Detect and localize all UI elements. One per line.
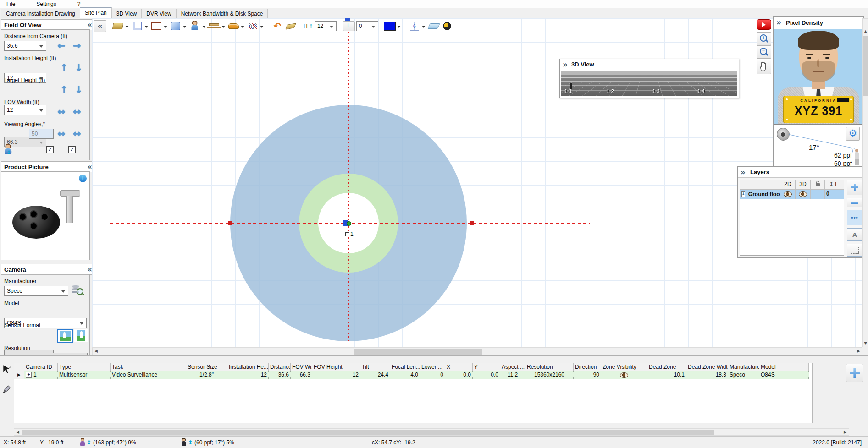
- fov-cross-line[interactable]: [348, 25, 349, 343]
- column-header-5[interactable]: Distance: [269, 363, 291, 371]
- level-button[interactable]: L: [343, 21, 355, 31]
- menu-file[interactable]: File: [0, 1, 22, 7]
- table-cell-4[interactable]: 12: [227, 371, 269, 379]
- collapse-icon[interactable]: «: [87, 20, 92, 29]
- tab-site-plan[interactable]: Site Plan: [80, 7, 112, 18]
- column-header-6[interactable]: FOV Wi...: [291, 363, 312, 371]
- 3d-view-preview[interactable]: 1-1 1-2 1-3 1-4: [561, 71, 737, 96]
- column-header-10[interactable]: Lower ...: [420, 363, 445, 371]
- column-header-17[interactable]: Dead Zone: [647, 363, 686, 371]
- scroll-down-icon[interactable]: ▼: [862, 340, 868, 347]
- show-woman-checkbox[interactable]: ✓: [46, 146, 54, 153]
- column-header-11[interactable]: X: [445, 363, 473, 371]
- vehicle-dropdown-icon[interactable]: [241, 26, 244, 30]
- table-cell-10[interactable]: 0: [420, 371, 445, 379]
- menu-settings[interactable]: Settings: [30, 1, 62, 7]
- column-header-20[interactable]: Model: [759, 363, 809, 371]
- remove-layer-button[interactable]: [847, 198, 862, 207]
- object-level-select[interactable]: 0: [356, 21, 378, 31]
- portrait-orientation-button[interactable]: [74, 329, 88, 342]
- furniture-dropdown-icon[interactable]: [221, 26, 225, 30]
- narrow-fov-icon[interactable]: ↔: [57, 107, 66, 117]
- menu-help[interactable]: ?: [71, 1, 87, 7]
- column-header-9[interactable]: Focal Len...: [390, 363, 420, 371]
- decrease-distance-icon[interactable]: ←: [57, 41, 66, 51]
- camera-position-dot[interactable]: [347, 221, 351, 226]
- camera-table-data-row[interactable]: ▶ +1MultisensorVideo Surveillance1/2.8"1…: [14, 371, 812, 379]
- layer-row-ground-floor[interactable]: + Ground floor 0: [740, 190, 844, 199]
- collapse-icon[interactable]: «: [87, 265, 92, 274]
- distance-select[interactable]: 36.6: [4, 41, 46, 51]
- vertical-angle-input[interactable]: 50: [29, 129, 54, 139]
- layers-col-level[interactable]: ↕ L: [825, 180, 842, 189]
- column-header-1[interactable]: Type: [58, 363, 111, 371]
- table-cell-1[interactable]: Multisensor: [58, 371, 111, 379]
- column-header-4[interactable]: Installation He...: [227, 363, 269, 371]
- table-cell-16[interactable]: [601, 371, 647, 379]
- info-icon[interactable]: i: [79, 175, 87, 182]
- scroll-left-icon[interactable]: ◀: [14, 429, 21, 436]
- collapse-icon[interactable]: «: [87, 162, 92, 171]
- expand-icon[interactable]: »: [741, 168, 746, 177]
- layers-col-2d[interactable]: 2D: [780, 180, 796, 189]
- lower-target-icon[interactable]: ↓: [75, 85, 83, 95]
- add-camera-icon[interactable]: [112, 21, 124, 32]
- canvas-v-scrollbar[interactable]: ▲ ▼: [862, 18, 868, 347]
- color-dropdown-icon[interactable]: [397, 26, 401, 30]
- pan-hand-button[interactable]: [757, 60, 771, 74]
- landscape-orientation-button[interactable]: [57, 329, 73, 343]
- camera-dropdown-icon[interactable]: [125, 26, 129, 30]
- eraser-3d-icon[interactable]: [428, 21, 440, 32]
- settings-gear-icon[interactable]: ⚙: [846, 127, 860, 141]
- zoom-in-button[interactable]: +: [757, 32, 771, 45]
- table-cell-7[interactable]: 12: [312, 371, 360, 379]
- column-header-12[interactable]: Y: [473, 363, 500, 371]
- add-person-icon[interactable]: [189, 21, 201, 32]
- vehicle-icon[interactable]: [227, 21, 239, 32]
- layer-text-button[interactable]: A: [847, 228, 862, 241]
- table-cell-2[interactable]: Video Surveillance: [111, 371, 186, 379]
- table-cell-9[interactable]: 4.0: [390, 371, 420, 379]
- add-layer-button[interactable]: [847, 180, 862, 195]
- column-header-7[interactable]: FOV Height: [312, 363, 360, 371]
- box-dropdown-icon[interactable]: [183, 26, 187, 30]
- row-expander-icon[interactable]: +: [26, 372, 32, 378]
- database-search-icon[interactable]: [71, 284, 86, 297]
- add-camera-row-button[interactable]: [846, 364, 863, 382]
- expand-icon[interactable]: »: [776, 18, 781, 27]
- column-header-0[interactable]: Camera ID: [24, 363, 58, 371]
- scroll-up-icon[interactable]: ▲: [862, 28, 868, 35]
- paint-tool-icon[interactable]: [285, 21, 297, 32]
- toolbar-collapse-button[interactable]: «: [94, 20, 106, 32]
- column-header-16[interactable]: Zone Visibility: [601, 363, 647, 371]
- grid-dropdown-icon[interactable]: [422, 26, 426, 30]
- measure-tape-icon[interactable]: [441, 21, 453, 32]
- layer-expander-icon[interactable]: +: [741, 191, 745, 197]
- furniture-icon[interactable]: [208, 21, 220, 32]
- pen-tool-icon[interactable]: [2, 384, 12, 396]
- tab-3d-view[interactable]: 3D View: [111, 9, 142, 18]
- box-3d-icon[interactable]: [170, 21, 182, 32]
- layer-lock-cell[interactable]: [811, 190, 825, 199]
- layer-3d-visibility-icon[interactable]: [799, 191, 807, 197]
- tab-network-bandwidth[interactable]: Network Bandwidth & Disk Space: [176, 9, 268, 18]
- wall-dropdown-icon[interactable]: [164, 26, 167, 30]
- table-cell-8[interactable]: 24.4: [360, 371, 390, 379]
- select-tool-icon[interactable]: [2, 364, 12, 376]
- cable-tool-icon[interactable]: [247, 21, 259, 32]
- scroll-left-icon[interactable]: ◀: [93, 348, 100, 355]
- widen-fov-icon[interactable]: ↔: [73, 107, 81, 117]
- undo-icon[interactable]: ↶: [271, 21, 283, 32]
- object-height-select[interactable]: 12: [315, 21, 337, 31]
- table-cell-11[interactable]: 0.0: [445, 371, 473, 379]
- layer-options-button[interactable]: •••: [847, 210, 862, 225]
- table-cell-13[interactable]: 11:2: [500, 371, 525, 379]
- column-header-2[interactable]: Task: [111, 363, 186, 371]
- lower-camera-icon[interactable]: ↓: [75, 63, 83, 73]
- lock-icon[interactable]: [811, 180, 825, 189]
- table-cell-12[interactable]: 0.0: [473, 371, 500, 379]
- color-swatch[interactable]: [384, 22, 396, 31]
- angle-increase-icon[interactable]: ↔: [73, 129, 81, 139]
- table-cell-0[interactable]: +1: [24, 371, 58, 379]
- layer-select-button[interactable]: [847, 244, 862, 257]
